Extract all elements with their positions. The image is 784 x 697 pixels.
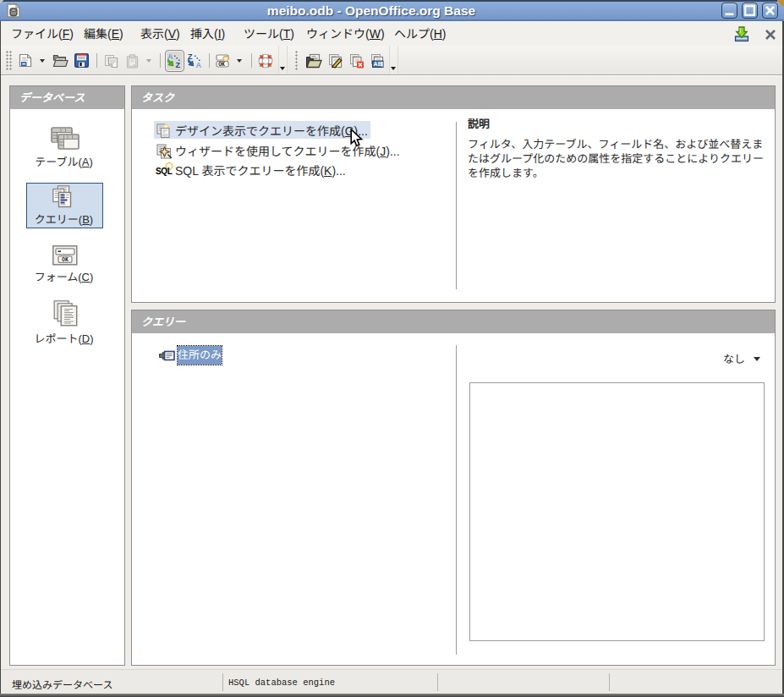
svg-text:Z: Z (176, 61, 181, 69)
svg-text:SQL: SQL (156, 167, 173, 176)
svg-text:OK: OK (218, 62, 225, 68)
svg-text:OK: OK (62, 257, 69, 263)
svg-text:AB: AB (374, 61, 382, 67)
svg-text:A: A (196, 61, 202, 69)
